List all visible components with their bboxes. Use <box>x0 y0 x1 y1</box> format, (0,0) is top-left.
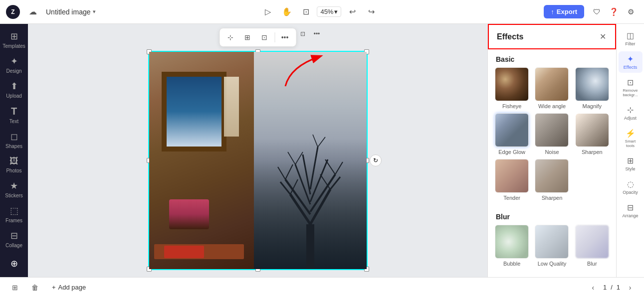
add-page-button[interactable]: + Add page <box>48 282 90 293</box>
sidebar-item-text[interactable]: T Text <box>2 103 26 127</box>
sidebar-item-frames[interactable]: ⬚ Frames <box>2 202 26 226</box>
svg-line-18 <box>295 152 303 164</box>
sidebar-item-stickers[interactable]: ★ Stickers <box>2 177 26 201</box>
resize-handle-btn[interactable]: ⊹ <box>223 30 237 44</box>
arrange-icon: ⊟ <box>627 203 634 212</box>
canvas-layers-btn[interactable]: ⊡ <box>297 28 309 40</box>
pagination: ‹ 1 / 1 › <box>587 282 636 294</box>
shapes-icon: ◻ <box>10 131 18 142</box>
hand-tool-btn[interactable]: ✋ <box>279 4 295 20</box>
rt-style[interactable]: ⊞ Style <box>619 153 643 174</box>
rt-arrange[interactable]: ⊟ Arrange <box>619 200 643 221</box>
sidebar-item-design[interactable]: ✦ Design <box>2 53 26 77</box>
effect-edge-glow[interactable]: Edge Glow <box>494 113 530 155</box>
settings-icon-btn[interactable]: ⚙ <box>623 4 638 19</box>
add-page-icon-btn[interactable]: ⊞ <box>8 281 22 295</box>
sidebar-item-design-label: Design <box>6 68 21 74</box>
effect-wide-angle[interactable]: Wide angle <box>534 67 570 109</box>
sidebar-bottom-btn[interactable]: ⊕ <box>2 255 26 273</box>
cloud-icon[interactable]: ☁ <box>25 4 41 20</box>
svg-line-20 <box>318 137 325 147</box>
effect-low-quality[interactable]: Low Quality <box>534 225 570 267</box>
pointer-tool-btn[interactable]: ▷ <box>260 4 276 20</box>
frame-tool-btn[interactable]: ⊡ <box>298 4 314 20</box>
canvas-area[interactable]: Page 1 ⊹ ⊞ ⊡ ••• ⊡ ••• ↻ <box>28 24 487 277</box>
rt-filter[interactable]: ◫ Filter <box>619 28 643 49</box>
effect-fisheye[interactable]: Fisheye <box>494 67 530 109</box>
effects-blur-grid: Bubble Low Quality Blur <box>488 225 616 273</box>
effect-fisheye-thumb <box>495 67 529 101</box>
export-label: Export <box>557 8 577 15</box>
tree-svg <box>275 125 345 269</box>
rt-effects[interactable]: ✦ Effects <box>619 51 643 73</box>
page-total: 1 <box>617 284 620 291</box>
effect-sharpen[interactable]: Sharpen <box>574 113 610 155</box>
delete-page-btn[interactable]: 🗑 <box>28 281 42 295</box>
rt-remove-bg-label: Remove backgr... <box>621 88 641 97</box>
rt-smart-tools[interactable]: ⚡ Smart tools <box>619 126 643 151</box>
document-title[interactable]: Untitled image ▾ <box>46 8 96 16</box>
effects-panel: Effects ✕ Basic Fisheye Wide angle Magni… <box>487 24 616 277</box>
help-icon-btn[interactable]: ❓ <box>606 4 621 19</box>
effect-magnify-thumb <box>575 67 609 101</box>
redo-btn[interactable]: ↪ <box>363 4 379 20</box>
sidebar-item-templates[interactable]: ⊞ Templates <box>2 28 26 52</box>
divider <box>274 32 275 42</box>
svg-line-15 <box>335 162 343 174</box>
effect-bubble-thumb <box>495 225 529 259</box>
effect-bubble[interactable]: Bubble <box>494 225 530 267</box>
shield-icon-btn[interactable]: 🛡 <box>589 4 604 19</box>
svg-line-13 <box>278 167 285 179</box>
right-image[interactable] <box>254 52 367 269</box>
effect-blur[interactable]: Blur <box>574 225 610 267</box>
rotate-handle[interactable]: ↻ <box>370 154 382 166</box>
undo-btn[interactable]: ↩ <box>344 4 360 20</box>
effects-panel-title: Effects <box>497 32 523 41</box>
title-text: Untitled image <box>46 8 91 16</box>
export-button[interactable]: ↑ Export <box>544 5 584 18</box>
crop-btn[interactable]: ⊡ <box>257 30 271 44</box>
canvas-more-btn[interactable]: ••• <box>311 28 323 40</box>
sidebar-item-stickers-label: Stickers <box>5 193 23 198</box>
effect-magnify[interactable]: Magnify <box>574 67 610 109</box>
logo: Z <box>6 5 20 19</box>
sidebar-item-upload-label: Upload <box>6 93 22 99</box>
effects-icon: ✦ <box>627 54 634 64</box>
rt-style-label: Style <box>625 166 635 171</box>
rt-remove-bg[interactable]: ⊡ Remove backgr... <box>619 75 643 100</box>
design-icon: ✦ <box>10 56 18 67</box>
rt-filter-label: Filter <box>626 41 636 46</box>
sidebar-item-photos[interactable]: 🖼 Photos <box>2 153 26 176</box>
rt-effects-label: Effects <box>624 65 637 70</box>
sidebar-item-shapes[interactable]: ◻ Shapes <box>2 128 26 152</box>
effects-section-blur: Blur <box>488 207 616 225</box>
more-options-btn[interactable]: ••• <box>278 30 292 44</box>
zoom-selector[interactable]: 45% ▾ <box>317 6 341 17</box>
next-page-btn[interactable]: › <box>624 282 636 294</box>
effects-close-button[interactable]: ✕ <box>599 31 607 42</box>
effect-sharpen2[interactable]: Sharpen <box>534 159 570 201</box>
right-tool-panel: ◫ Filter ✦ Effects ⊡ Remove backgr... ⊹ … <box>616 24 644 277</box>
rt-adjust[interactable]: ⊹ Adjust <box>619 102 643 124</box>
sidebar-item-collage[interactable]: ⊟ Collage <box>2 227 26 251</box>
rt-opacity[interactable]: ◌ Opacity <box>619 176 643 198</box>
effects-section-basic: Basic <box>488 49 616 67</box>
image-collage[interactable]: ↻ <box>148 51 368 270</box>
effect-tender[interactable]: Tender <box>494 159 530 201</box>
effect-magnify-label: Magnify <box>583 103 602 109</box>
grid-btn[interactable]: ⊞ <box>240 30 254 44</box>
add-page-label: Add page <box>58 284 86 291</box>
effect-fisheye-label: Fisheye <box>502 103 522 109</box>
prev-page-btn[interactable]: ‹ <box>587 282 599 294</box>
effect-noise[interactable]: Noise <box>534 113 570 155</box>
svg-line-8 <box>310 147 318 189</box>
sidebar-item-templates-label: Templates <box>2 43 25 49</box>
sidebar-item-upload[interactable]: ⬆ Upload <box>2 78 26 102</box>
rt-arrange-label: Arrange <box>622 213 638 218</box>
effect-edge-glow-thumb <box>495 113 529 147</box>
style-icon: ⊞ <box>627 156 634 165</box>
smart-tools-icon: ⚡ <box>626 129 636 138</box>
effect-noise-thumb <box>535 113 569 147</box>
svg-line-6 <box>310 159 328 202</box>
left-image[interactable] <box>149 52 254 269</box>
